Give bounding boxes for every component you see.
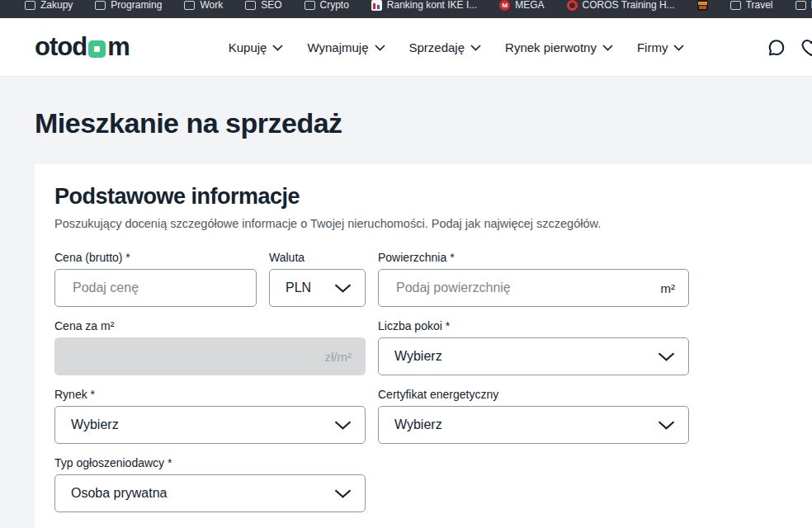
chevron-down-icon: [334, 284, 352, 293]
price-per-m2-disabled-input: zł/m²: [54, 337, 366, 375]
logo-text-left: otod: [35, 32, 87, 62]
nav-label: Kupuję: [229, 40, 267, 54]
price-label: Cena (brutto) *: [54, 251, 257, 264]
page-title: Mieszkanie na sprzedaż: [35, 107, 777, 139]
form-row: Typ ogłoszeniodawcy * Osoba prywatna: [54, 456, 689, 512]
coros-ring-icon: [567, 0, 578, 11]
bookmark-label: COROS Training H...: [583, 0, 675, 11]
price-currency-group: Cena (brutto) * Waluta PLN: [54, 251, 366, 307]
bookmark-pixel-game[interactable]: [697, 0, 708, 12]
bookmark-coros-training[interactable]: COROS Training H...: [567, 0, 675, 12]
folder-icon: [184, 1, 195, 10]
bookmark-zakupy[interactable]: Zakupy: [25, 0, 73, 12]
card-subtitle: Poszukujący docenią szczegółowe informac…: [54, 217, 792, 230]
otodom-logo[interactable]: otod m: [35, 32, 130, 62]
energy-certificate-select[interactable]: Wybierz: [378, 406, 689, 444]
basic-info-card: Podstawowe informacje Poszukujący doceni…: [35, 164, 812, 528]
price-input[interactable]: [71, 280, 243, 296]
logo-green-square-icon: [88, 40, 106, 58]
card-heading: Podstawowe informacje: [54, 184, 792, 210]
currency-field-group: Waluta PLN: [269, 251, 366, 307]
nav-item-sprzedaje[interactable]: Sprzedaję: [409, 40, 482, 54]
folder-icon: [795, 1, 806, 10]
bookmark-programing[interactable]: Programing: [95, 0, 162, 12]
price-per-m2-label: Cena za m²: [54, 319, 366, 332]
nav-item-wynajmuje[interactable]: Wynajmuję: [307, 40, 385, 54]
advertiser-type-select[interactable]: Osoba prywatna: [54, 474, 366, 512]
chevron-down-icon: [658, 352, 675, 361]
heart-icon: [800, 37, 812, 59]
chat-bubble-icon: [766, 37, 787, 59]
site-header: otod m Kupuję Wynajmuję Sprzedaję Rynek …: [0, 18, 812, 77]
bookmark-work[interactable]: Work: [184, 0, 223, 12]
header-action-icons: [766, 18, 812, 77]
price-input-wrapper: [54, 269, 257, 307]
bookmark-label: Ranking kont IKE I...: [387, 0, 477, 11]
market-field-group: Rynek * Wybierz: [54, 388, 366, 444]
browser-bookmarks-bar: Zakupy Programing Work SEO Crypto Rankin…: [0, 0, 812, 18]
market-value: Wybierz: [71, 417, 119, 432]
advertiser-type-field-group: Typ ogłoszeniodawcy * Osoba prywatna: [54, 456, 366, 512]
bookmark-foto[interactable]: Foto: [795, 0, 812, 12]
advertiser-type-label: Typ ogłoszeniodawcy *: [54, 456, 366, 469]
bookmark-label: Zakupy: [40, 0, 73, 11]
currency-select[interactable]: PLN: [269, 269, 366, 307]
nav-item-kupuje[interactable]: Kupuję: [229, 40, 284, 54]
bookmark-label: Programing: [111, 0, 162, 11]
energy-certificate-label: Certyfikat energetyczny: [378, 388, 689, 401]
nav-label: Wynajmuję: [307, 40, 368, 54]
pixel-game-icon: [697, 0, 708, 11]
bookmark-ranking-kont-ike[interactable]: Ranking kont IKE I...: [371, 0, 477, 12]
logo-text-right: m: [107, 32, 130, 62]
area-field-group: Powierzchnia * m²: [378, 251, 689, 307]
area-input[interactable]: [394, 280, 654, 296]
energy-certificate-value: Wybierz: [394, 417, 442, 432]
nav-item-rynek-pierwotny[interactable]: Rynek pierwotny: [505, 40, 613, 54]
chevron-down-icon: [602, 45, 613, 51]
main-navigation: Kupuję Wynajmuję Sprzedaję Rynek pierwot…: [229, 40, 685, 54]
page-container: Mieszkanie na sprzedaż Podstawowe inform…: [0, 107, 812, 528]
area-label: Powierzchnia *: [378, 251, 689, 264]
bookmark-label: Travel: [746, 0, 773, 11]
basic-info-form: Cena (brutto) * Waluta PLN Powi: [54, 251, 689, 512]
chevron-down-icon: [658, 421, 675, 430]
bookmark-mega[interactable]: M MEGA: [499, 0, 544, 12]
bookmark-crypto[interactable]: Crypto: [304, 0, 349, 12]
area-unit-suffix: m²: [661, 281, 676, 295]
price-per-m2-field-group: Cena za m² zł/m²: [54, 319, 366, 375]
form-row: Cena za m² zł/m² Liczba pokoi * Wybierz: [54, 319, 689, 375]
price-field-group: Cena (brutto) *: [54, 251, 257, 307]
chart-favicon: [371, 0, 382, 11]
form-row: Rynek * Wybierz Certyfikat energetyczny …: [54, 388, 689, 444]
folder-icon: [730, 1, 741, 10]
bookmark-label: SEO: [261, 0, 281, 11]
chevron-down-icon: [334, 489, 352, 498]
area-input-wrapper: m²: [378, 269, 689, 307]
mega-icon: M: [499, 0, 510, 11]
bookmark-seo[interactable]: SEO: [245, 0, 281, 12]
rooms-field-group: Liczba pokoi * Wybierz: [378, 319, 689, 375]
market-label: Rynek *: [54, 388, 366, 401]
chevron-down-icon: [272, 45, 283, 51]
energy-certificate-field-group: Certyfikat energetyczny Wybierz: [378, 388, 689, 444]
price-per-m2-unit-suffix: zł/m²: [325, 350, 352, 364]
rooms-select[interactable]: Wybierz: [378, 337, 689, 375]
messages-button[interactable]: [766, 37, 787, 59]
nav-label: Sprzedaję: [409, 40, 465, 54]
bookmark-travel[interactable]: Travel: [730, 0, 773, 12]
folder-icon: [245, 1, 256, 10]
nav-label: Firmy: [637, 40, 668, 54]
favorites-button[interactable]: [800, 37, 812, 59]
advertiser-type-value: Osoba prywatna: [71, 486, 168, 501]
market-select[interactable]: Wybierz: [54, 406, 366, 444]
nav-item-firmy[interactable]: Firmy: [637, 40, 685, 54]
chevron-down-icon: [334, 421, 352, 430]
chevron-down-icon: [375, 45, 385, 51]
chevron-down-icon: [673, 45, 684, 51]
chevron-down-icon: [470, 45, 481, 51]
form-row: Cena (brutto) * Waluta PLN Powi: [54, 251, 689, 307]
folder-icon: [25, 1, 35, 10]
bookmark-label: Crypto: [320, 0, 349, 11]
nav-label: Rynek pierwotny: [505, 40, 597, 54]
rooms-label: Liczba pokoi *: [378, 319, 689, 332]
